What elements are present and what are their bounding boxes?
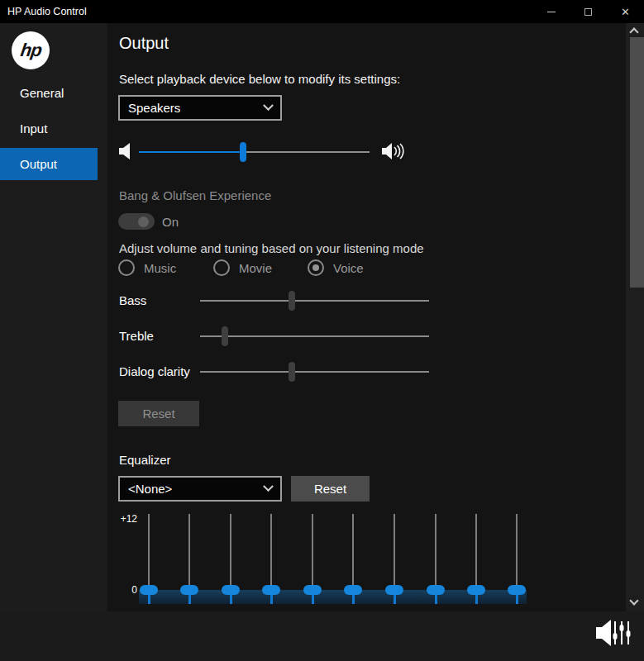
minimize-button[interactable] [532,0,570,23]
scrollbar-thumb[interactable] [630,37,644,288]
eq-thumb[interactable] [303,585,322,595]
sidebar-item-label: Output [20,157,57,171]
close-button[interactable]: ✕ [607,0,644,23]
eq-track [435,514,436,590]
page-title: Output [119,34,169,53]
equalizer-preset-value: <None> [128,482,172,496]
listening-mode-label: Adjust volume and tuning based on your l… [119,241,424,255]
eq-scale-zero-label: 0 [117,584,137,596]
eq-thumb[interactable] [180,585,198,595]
sidebar: hp General Input Output [0,23,107,611]
eq-thumb[interactable] [140,585,158,595]
eq-track [516,514,518,590]
radio-voice[interactable]: Voice [308,259,364,276]
scroll-down-icon[interactable] [629,596,638,605]
sidebar-item-input[interactable]: Input [0,112,98,145]
bass-label: Bass [119,293,146,307]
chevron-down-icon [263,481,274,492]
eq-track [230,514,231,590]
chevron-down-icon [263,100,274,111]
eq-thumb[interactable] [508,585,526,595]
bang-olufsen-toggle[interactable] [118,213,155,230]
hp-logo-text: hp [19,40,43,61]
dialog-clarity-label: Dialog clarity [119,364,190,378]
bottom-bar [0,611,644,661]
eq-track [270,514,272,590]
eq-thumb[interactable] [467,585,485,595]
sidebar-item-output[interactable]: Output [0,148,98,180]
radio-label: Voice [333,261,364,275]
window-title: HP Audio Control [7,6,87,17]
radio-circle-icon [118,259,135,276]
bang-olufsen-label: Bang & Olufsen Experience [119,188,271,202]
volume-slider[interactable] [139,151,370,153]
speaker-equalizer-icon[interactable] [594,616,632,649]
equalizer-label: Equalizer [119,453,171,467]
volume-slider-thumb[interactable] [240,142,246,162]
vertical-scrollbar[interactable] [626,23,644,611]
toggle-knob [138,216,149,227]
hp-logo-icon: hp [12,31,50,69]
eq-thumb[interactable] [427,585,445,595]
tuning-reset-button[interactable]: Reset [118,401,199,426]
eq-thumb[interactable] [385,585,403,595]
titlebar[interactable]: HP Audio Control ✕ [0,0,644,23]
treble-slider-thumb[interactable] [222,326,228,346]
radio-music[interactable]: Music [118,259,176,276]
radio-movie[interactable]: Movie [213,259,272,276]
minimize-icon [547,12,556,12]
close-icon: ✕ [621,7,630,17]
playback-device-value: Speakers [128,101,180,115]
radio-label: Movie [239,261,272,275]
toggle-state-label: On [162,215,179,229]
eq-scale-max-label: +12 [117,513,137,525]
volume-slider-fill [139,151,243,153]
eq-thumb[interactable] [344,585,362,595]
app-window: HP Audio Control ✕ hp General Input Outp… [0,0,644,661]
playback-device-dropdown[interactable]: Speakers [118,95,282,121]
radio-circle-icon [213,259,230,276]
speaker-loud-icon[interactable] [382,142,407,160]
treble-label: Treble [119,329,154,343]
sidebar-item-label: Input [20,121,47,136]
eq-track [148,514,150,590]
radio-circle-icon [308,259,324,276]
maximize-icon [584,8,592,16]
speaker-mute-icon[interactable] [119,142,134,160]
equalizer-preset-dropdown[interactable]: <None> [118,476,282,502]
bass-slider-thumb[interactable] [289,291,295,311]
eq-track [312,514,313,590]
sidebar-item-label: General [20,86,64,100]
sidebar-item-general[interactable]: General [0,77,98,109]
bass-slider[interactable] [200,300,429,302]
eq-track [352,514,354,590]
eq-track [188,514,190,590]
eq-thumb[interactable] [222,585,240,595]
scroll-up-icon[interactable] [629,27,638,36]
radio-label: Music [144,261,176,275]
dialog-clarity-slider[interactable] [200,371,429,373]
eq-track [394,514,395,590]
equalizer-reset-button[interactable]: Reset [291,476,370,502]
maximize-button[interactable] [570,0,607,23]
eq-thumb[interactable] [262,585,280,595]
eq-track [475,514,477,590]
dialog-clarity-slider-thumb[interactable] [289,362,295,382]
treble-slider[interactable] [200,335,429,337]
device-select-label: Select playback device below to modify i… [119,72,400,86]
